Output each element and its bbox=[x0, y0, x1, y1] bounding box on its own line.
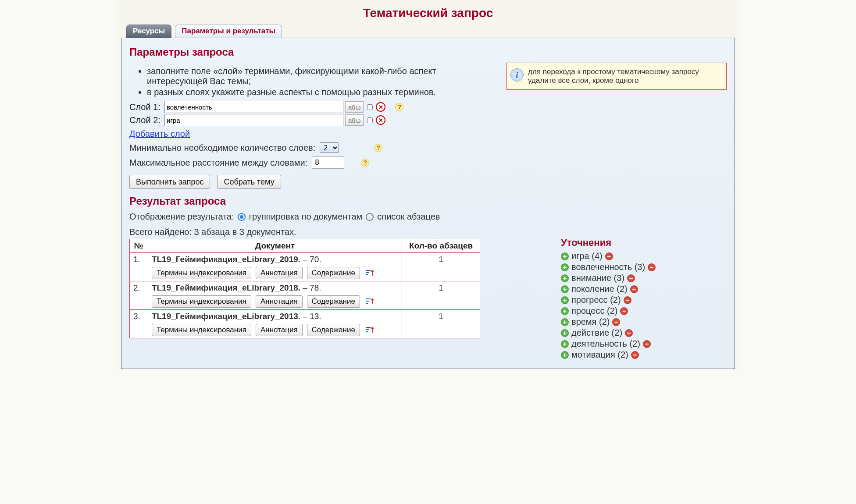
collect-topic-button[interactable]: Собрать тему bbox=[217, 175, 281, 189]
row-number: 2. bbox=[130, 281, 148, 310]
layer-row-2: Слой 2: aūω ✕ bbox=[129, 114, 727, 126]
layer-2-label: Слой 2: bbox=[129, 115, 163, 125]
help-icon[interactable]: ? bbox=[395, 103, 403, 111]
row-count: 1 bbox=[402, 310, 480, 338]
remove-icon[interactable]: − bbox=[625, 329, 633, 337]
help-icon[interactable]: ? bbox=[361, 159, 369, 167]
refinement-term[interactable]: процесс (2) bbox=[571, 306, 617, 316]
refinement-term[interactable]: игра (4) bbox=[571, 251, 603, 261]
refinement-term[interactable]: прогресс (2) bbox=[571, 295, 621, 305]
layer-row-1: Слой 1: aūω ✕ ? bbox=[129, 101, 727, 113]
add-layer-link[interactable]: Добавить слой bbox=[129, 129, 190, 139]
remove-icon[interactable]: − bbox=[605, 252, 613, 260]
refinement-term[interactable]: вовлеченность (3) bbox=[571, 262, 645, 272]
run-query-button[interactable]: Выполнить запрос bbox=[129, 175, 210, 189]
annotation-button[interactable]: Аннотация bbox=[256, 267, 303, 279]
table-row: 2.TL19_Геймификация_eLibrary_2018. – 78.… bbox=[130, 281, 480, 310]
document-title[interactable]: TL19_Геймификация_eLibrary_2018. bbox=[152, 283, 300, 292]
results-summary: Всего найдено: 3 абзаца в 3 документах. bbox=[129, 227, 727, 237]
close-icon[interactable]: ✕ bbox=[376, 115, 385, 125]
row-document-cell: TL19_Геймификация_eLibrary_2019. – 70.Те… bbox=[148, 253, 402, 281]
max-distance-row: Максимальное расстояние между словами: ? bbox=[129, 156, 727, 169]
content-button[interactable]: Содержание bbox=[307, 295, 360, 308]
refinement-item: +вовлеченность (3)− bbox=[561, 262, 727, 272]
add-icon[interactable]: + bbox=[561, 340, 569, 348]
radio-group-by-doc[interactable] bbox=[238, 213, 246, 221]
add-icon[interactable]: + bbox=[561, 263, 569, 271]
layer-2-input[interactable] bbox=[164, 114, 343, 126]
index-terms-button[interactable]: Термины индексирования bbox=[152, 295, 251, 308]
document-title[interactable]: TL19_Геймификация_eLibrary_2013. bbox=[152, 312, 300, 321]
refinement-term[interactable]: действие (2) bbox=[571, 328, 622, 338]
layer-1-input[interactable] bbox=[164, 101, 343, 113]
remove-icon[interactable]: − bbox=[620, 307, 628, 315]
row-document-cell: TL19_Геймификация_eLibrary_2018. – 78.Те… bbox=[148, 281, 402, 310]
remove-icon[interactable]: − bbox=[624, 296, 631, 304]
index-terms-button[interactable]: Термины индексирования bbox=[152, 324, 251, 336]
add-icon[interactable]: + bbox=[561, 285, 569, 293]
layer-1-checkbox[interactable] bbox=[367, 104, 373, 110]
tab-bar: Ресурсы Параметры и результаты bbox=[117, 25, 739, 38]
radio-paragraph-list[interactable] bbox=[366, 213, 374, 221]
sort-icon[interactable] bbox=[364, 298, 376, 305]
document-meta: – 78. bbox=[300, 283, 321, 292]
add-icon[interactable]: + bbox=[561, 307, 569, 315]
row-count: 1 bbox=[402, 253, 480, 281]
remove-icon[interactable]: − bbox=[627, 274, 635, 282]
info-line-1: для перехода к простому тематическому за… bbox=[528, 67, 699, 76]
tab-params-results[interactable]: Параметры и результаты bbox=[175, 25, 282, 38]
remove-icon[interactable]: − bbox=[612, 318, 620, 326]
help-icon[interactable]: ? bbox=[374, 144, 382, 152]
min-layers-row: Минимально необходимое количество слоев:… bbox=[129, 142, 727, 153]
refinement-term[interactable]: внимание (3) bbox=[571, 273, 624, 283]
add-icon[interactable]: + bbox=[561, 274, 569, 282]
refinement-term[interactable]: мотивация (2) bbox=[571, 350, 628, 360]
sort-icon[interactable] bbox=[364, 326, 376, 334]
max-distance-label: Максимальное расстояние между словами: bbox=[129, 158, 307, 168]
document-meta: – 70. bbox=[300, 255, 321, 264]
add-icon[interactable]: + bbox=[561, 252, 569, 260]
layer-1-label: Слой 1: bbox=[129, 102, 163, 112]
add-icon[interactable]: + bbox=[561, 318, 569, 326]
row-number: 3. bbox=[130, 310, 148, 338]
document-title[interactable]: TL19_Геймификация_eLibrary_2019. bbox=[152, 255, 300, 264]
min-layers-select[interactable]: 2 bbox=[320, 142, 339, 153]
close-icon[interactable]: ✕ bbox=[376, 102, 385, 112]
remove-icon[interactable]: − bbox=[630, 285, 638, 293]
refinement-item: +игра (4)− bbox=[561, 251, 727, 261]
layer-2-charset-button[interactable]: aūω bbox=[345, 114, 364, 126]
refinement-term[interactable]: время (2) bbox=[571, 317, 610, 327]
refinement-item: +действие (2)− bbox=[561, 328, 727, 338]
layer-1-charset-button[interactable]: aūω bbox=[345, 101, 364, 113]
th-number: № bbox=[130, 239, 148, 253]
min-layers-label: Минимально необходимое количество слоев: bbox=[129, 143, 315, 153]
add-icon[interactable]: + bbox=[561, 351, 569, 359]
radio-list-label: список абзацев bbox=[377, 212, 440, 222]
index-terms-button[interactable]: Термины индексирования bbox=[152, 267, 251, 279]
max-distance-input[interactable] bbox=[312, 156, 344, 169]
refinement-term[interactable]: деятельность (2) bbox=[571, 339, 640, 349]
annotation-button[interactable]: Аннотация bbox=[256, 295, 303, 308]
refinement-term[interactable]: поколение (2) bbox=[571, 284, 628, 294]
document-meta: – 13. bbox=[300, 312, 321, 321]
refinement-item: +время (2)− bbox=[561, 317, 727, 327]
results-table: № Документ Кол-во абзацев 1.TL19_Геймифи… bbox=[129, 239, 480, 338]
main-panel: Параметры запроса i для перехода к прост… bbox=[121, 38, 735, 369]
info-box: i для перехода к простому тематическому … bbox=[506, 63, 727, 90]
radio-group-label: группировка по документам bbox=[249, 212, 363, 222]
row-count: 1 bbox=[402, 281, 480, 310]
remove-icon[interactable]: − bbox=[631, 351, 639, 359]
annotation-button[interactable]: Аннотация bbox=[256, 324, 303, 336]
add-icon[interactable]: + bbox=[561, 329, 569, 337]
content-button[interactable]: Содержание bbox=[307, 267, 360, 279]
row-number: 1. bbox=[130, 253, 148, 281]
remove-icon[interactable]: − bbox=[643, 340, 651, 348]
tab-resources[interactable]: Ресурсы bbox=[126, 25, 171, 38]
th-count: Кол-во абзацев bbox=[402, 239, 480, 253]
remove-icon[interactable]: − bbox=[648, 263, 656, 271]
layer-2-checkbox[interactable] bbox=[367, 117, 373, 123]
refinement-item: +внимание (3)− bbox=[561, 273, 727, 283]
sort-icon[interactable] bbox=[364, 269, 376, 277]
content-button[interactable]: Содержание bbox=[307, 324, 360, 336]
add-icon[interactable]: + bbox=[561, 296, 569, 304]
